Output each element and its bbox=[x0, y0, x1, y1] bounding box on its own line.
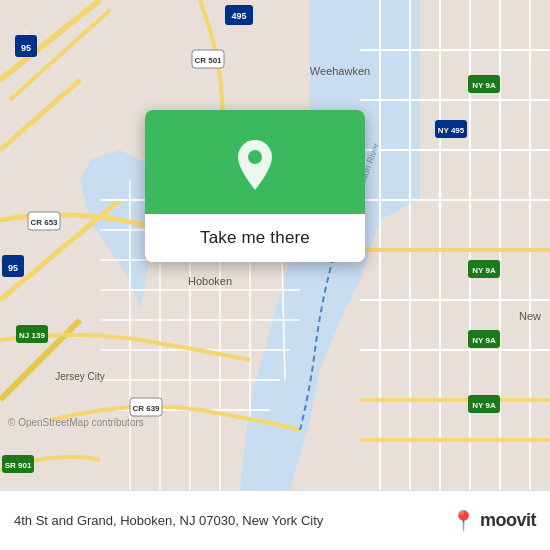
svg-text:NY 9A: NY 9A bbox=[472, 401, 496, 410]
bottom-address: 4th St and Grand, Hoboken, NJ 07030, New… bbox=[14, 513, 441, 528]
moovit-logo: 📍 moovit bbox=[451, 509, 536, 533]
svg-text:New: New bbox=[519, 310, 541, 322]
svg-text:NY 495: NY 495 bbox=[438, 126, 465, 135]
bottom-bar: 4th St and Grand, Hoboken, NJ 07030, New… bbox=[0, 490, 550, 550]
svg-text:NJ 139: NJ 139 bbox=[19, 331, 45, 340]
svg-text:95: 95 bbox=[8, 263, 18, 273]
svg-text:NY 9A: NY 9A bbox=[472, 336, 496, 345]
take-me-there-button[interactable]: Take me there bbox=[145, 214, 365, 262]
location-card: Take me there bbox=[145, 110, 365, 262]
svg-text:Hoboken: Hoboken bbox=[188, 275, 232, 287]
osm-attribution: © OpenStreetMap contributors bbox=[8, 417, 144, 428]
moovit-pin-icon: 📍 bbox=[451, 509, 476, 533]
svg-text:95: 95 bbox=[21, 43, 31, 53]
map-pin-icon bbox=[231, 138, 279, 194]
moovit-brand-text: moovit bbox=[480, 510, 536, 531]
svg-text:SR 901: SR 901 bbox=[5, 461, 32, 470]
svg-text:495: 495 bbox=[231, 11, 246, 21]
svg-text:Jersey City: Jersey City bbox=[55, 371, 104, 382]
map-container: 95 I 95 495 CR 501 CR 653 NJ 139 CR 639 … bbox=[0, 0, 550, 490]
svg-text:CR 501: CR 501 bbox=[194, 56, 222, 65]
svg-text:CR 653: CR 653 bbox=[30, 218, 58, 227]
svg-text:CR 639: CR 639 bbox=[132, 404, 160, 413]
card-green-area bbox=[145, 110, 365, 214]
svg-text:NY 9A: NY 9A bbox=[472, 266, 496, 275]
svg-text:Weehawken: Weehawken bbox=[310, 65, 370, 77]
svg-text:I: I bbox=[25, 29, 27, 36]
svg-text:NY 9A: NY 9A bbox=[472, 81, 496, 90]
svg-point-69 bbox=[248, 150, 262, 164]
